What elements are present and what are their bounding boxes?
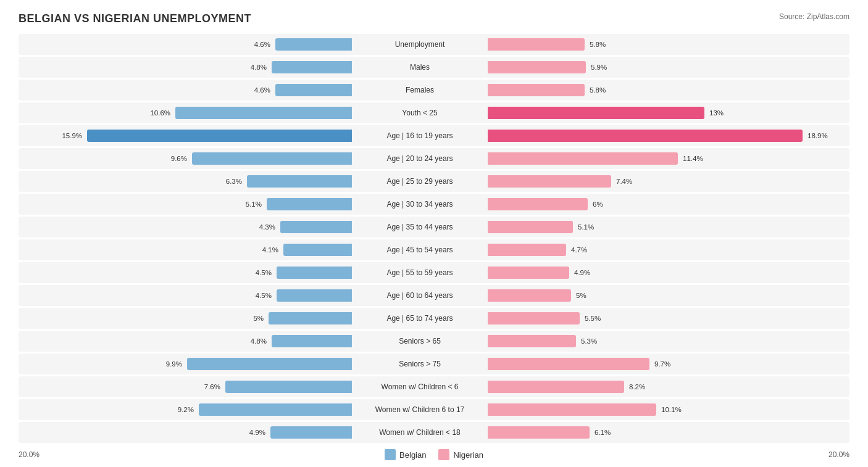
right-value: 8.2% xyxy=(629,383,645,391)
right-bar: 8.2% xyxy=(488,381,624,393)
chart-header: BELGIAN VS NIGERIAN UNEMPLOYMENT Source:… xyxy=(19,12,849,25)
left-section: 10.6% xyxy=(19,105,352,121)
chart-footer: 20.0% Belgian Nigerian 20.0% xyxy=(19,449,849,460)
right-bar: 5.8% xyxy=(488,38,585,51)
right-bar: 5% xyxy=(488,289,571,302)
bar-row: 6.3% Age | 25 to 29 years 7.4% xyxy=(19,171,849,192)
right-value: 7.4% xyxy=(616,178,632,185)
left-value: 4.5% xyxy=(256,269,272,276)
left-bar: 5% xyxy=(269,312,352,324)
left-value: 4.1% xyxy=(262,246,278,254)
center-label: Age | 65 to 74 years xyxy=(352,314,488,323)
left-section: 5.1% xyxy=(19,196,352,212)
left-bar: 4.3% xyxy=(280,221,352,233)
bar-row: 4.8% Seniors > 65 5.3% xyxy=(19,331,849,352)
chart-source: Source: ZipAtlas.com xyxy=(779,12,849,21)
bar-row: 4.6% Unemployment 5.8% xyxy=(19,34,849,55)
left-section: 4.3% xyxy=(19,219,352,235)
center-label: Age | 45 to 54 years xyxy=(352,246,488,254)
left-section: 15.9% xyxy=(19,128,352,144)
right-section: 7.4% xyxy=(488,173,821,189)
center-label: Age | 35 to 44 years xyxy=(352,223,488,231)
left-bar: 4.5% xyxy=(277,267,352,279)
bar-row: 9.2% Women w/ Children 6 to 17 10.1% xyxy=(19,399,849,420)
left-value: 6.3% xyxy=(226,178,242,185)
right-bar: 13% xyxy=(488,107,704,119)
right-section: 5% xyxy=(488,287,821,304)
right-section: 6% xyxy=(488,196,821,212)
right-section: 10.1% xyxy=(488,402,821,418)
left-section: 4.9% xyxy=(19,424,352,440)
center-label: Women w/ Children 6 to 17 xyxy=(352,405,488,414)
bar-row: 9.9% Seniors > 75 9.7% xyxy=(19,353,849,374)
center-label: Seniors > 75 xyxy=(352,360,488,368)
right-value: 9.7% xyxy=(654,360,670,368)
bar-row: 4.1% Age | 45 to 54 years 4.7% xyxy=(19,239,849,260)
left-section: 4.6% xyxy=(19,82,352,98)
bars-wrapper: 4.9% Women w/ Children < 18 6.1% xyxy=(19,424,849,440)
legend-belgian-label: Belgian xyxy=(399,450,426,460)
left-bar: 4.6% xyxy=(275,84,352,96)
bar-row: 4.8% Males 5.9% xyxy=(19,57,849,78)
right-value: 18.9% xyxy=(807,132,828,139)
bars-wrapper: 9.2% Women w/ Children 6 to 17 10.1% xyxy=(19,402,849,418)
right-value: 5.8% xyxy=(590,86,606,94)
bar-row: 5.1% Age | 30 to 34 years 6% xyxy=(19,194,849,215)
axis-left: 20.0% xyxy=(19,450,40,459)
left-value: 4.8% xyxy=(251,64,267,71)
left-section: 9.9% xyxy=(19,356,352,372)
right-section: 4.7% xyxy=(488,242,821,258)
left-bar: 10.6% xyxy=(175,107,352,119)
center-label: Age | 25 to 29 years xyxy=(352,177,488,186)
right-section: 5.9% xyxy=(488,59,821,75)
legend-nigerian: Nigerian xyxy=(438,449,483,460)
bar-row: 15.9% Age | 16 to 19 years 18.9% xyxy=(19,125,849,146)
left-value: 9.2% xyxy=(178,406,194,413)
bar-row: 4.9% Women w/ Children < 18 6.1% xyxy=(19,422,849,443)
left-bar: 4.8% xyxy=(272,335,352,347)
right-bar: 4.9% xyxy=(488,267,569,279)
bars-wrapper: 15.9% Age | 16 to 19 years 18.9% xyxy=(19,128,849,144)
left-value: 4.5% xyxy=(256,292,272,299)
right-bar: 5.5% xyxy=(488,312,580,324)
chart-body: 4.6% Unemployment 5.8% xyxy=(19,34,849,443)
right-bar: 5.9% xyxy=(488,61,586,73)
legend: Belgian Nigerian xyxy=(385,449,483,460)
left-value: 10.6% xyxy=(150,109,170,117)
right-bar: 18.9% xyxy=(488,130,803,142)
left-section: 4.8% xyxy=(19,59,352,75)
bars-wrapper: 4.8% Seniors > 65 5.3% xyxy=(19,333,849,349)
bars-wrapper: 4.5% Age | 60 to 64 years 5% xyxy=(19,287,849,304)
right-bar: 10.1% xyxy=(488,403,656,416)
left-section: 4.1% xyxy=(19,242,352,258)
right-section: 9.7% xyxy=(488,356,821,372)
right-bar: 7.4% xyxy=(488,175,611,188)
left-bar: 7.6% xyxy=(225,381,352,393)
center-label: Females xyxy=(352,86,488,94)
center-label: Age | 55 to 59 years xyxy=(352,268,488,277)
bar-row: 7.6% Women w/ Children < 6 8.2% xyxy=(19,376,849,397)
bars-wrapper: 9.9% Seniors > 75 9.7% xyxy=(19,356,849,372)
right-value: 5.1% xyxy=(578,223,594,231)
right-bar: 6% xyxy=(488,198,588,210)
bars-wrapper: 10.6% Youth < 25 13% xyxy=(19,105,849,121)
left-bar: 9.9% xyxy=(187,358,352,370)
right-section: 5.5% xyxy=(488,310,821,326)
left-value: 9.9% xyxy=(166,360,182,368)
right-bar: 5.1% xyxy=(488,221,573,233)
right-section: 13% xyxy=(488,105,821,121)
left-value: 4.6% xyxy=(254,41,270,48)
center-label: Age | 16 to 19 years xyxy=(352,131,488,140)
left-value: 7.6% xyxy=(204,383,220,391)
right-bar: 6.1% xyxy=(488,426,590,439)
bars-wrapper: 9.6% Age | 20 to 24 years 11.4% xyxy=(19,151,849,167)
left-bar: 9.2% xyxy=(199,403,352,416)
left-section: 4.5% xyxy=(19,265,352,281)
left-section: 4.5% xyxy=(19,287,352,304)
bars-wrapper: 4.6% Females 5.8% xyxy=(19,82,849,98)
right-value: 6.1% xyxy=(595,429,611,436)
right-section: 5.8% xyxy=(488,36,821,52)
legend-belgian-icon xyxy=(385,449,396,460)
right-bar: 4.7% xyxy=(488,244,566,256)
center-label: Women w/ Children < 6 xyxy=(352,382,488,391)
